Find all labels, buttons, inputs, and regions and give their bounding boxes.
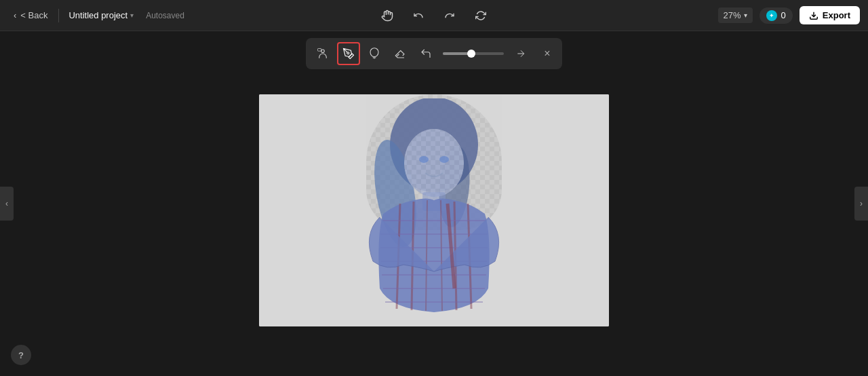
back-button[interactable]: ‹ < Back: [8, 7, 53, 23]
zoom-control[interactable]: 27% ▾: [718, 7, 753, 23]
svg-point-29: [419, 156, 429, 163]
person-container: [259, 94, 609, 326]
header-divider: [58, 9, 59, 22]
credits-icon: ✦: [766, 10, 777, 21]
svg-point-1: [321, 50, 325, 53]
editing-toolbar: ×: [306, 38, 562, 69]
credits-badge[interactable]: ✦ 0: [760, 7, 793, 24]
header-right: 27% ▾ ✦ 0 Export: [718, 6, 860, 24]
right-arrow-icon: ›: [860, 199, 863, 208]
image-canvas[interactable]: Remove background Try free: [259, 94, 609, 326]
help-button[interactable]: ?: [11, 345, 31, 365]
help-icon: ?: [18, 350, 24, 360]
zoom-chevron-icon: ▾: [744, 12, 747, 19]
header: ‹ < Back Untitled project ▾ Autosaved: [0, 0, 868, 31]
credits-count: 0: [781, 10, 786, 20]
project-title: Untitled project: [68, 10, 127, 20]
svg-point-3: [347, 52, 349, 54]
toolbar-close-button[interactable]: ×: [538, 44, 557, 63]
redo-button[interactable]: [439, 5, 460, 26]
autosaved-status: Autosaved: [146, 11, 184, 20]
refresh-button[interactable]: [471, 5, 491, 26]
canvas-area: ‹ ›: [0, 31, 868, 376]
slider-track: [443, 52, 504, 55]
person-figure: [336, 98, 532, 322]
zoom-level: 27%: [724, 10, 741, 20]
project-name-button[interactable]: Untitled project ▾: [64, 7, 138, 23]
header-left: ‹ < Back Untitled project ▾ Autosaved: [8, 7, 184, 23]
undo-button[interactable]: [408, 5, 429, 26]
export-button[interactable]: Export: [800, 6, 860, 24]
export-label: Export: [823, 10, 850, 20]
close-icon: ×: [544, 48, 550, 60]
eraser-tool[interactable]: [389, 42, 412, 65]
brush-tool[interactable]: [337, 42, 360, 65]
left-arrow-icon: ‹: [5, 199, 8, 208]
brush-direction-button[interactable]: [509, 42, 532, 65]
header-center-controls: [377, 5, 491, 26]
lasso-tool[interactable]: [363, 42, 386, 65]
svg-point-9: [404, 129, 464, 197]
grab-tool-button[interactable]: [377, 5, 397, 26]
slider-thumb: [467, 50, 475, 58]
chevron-down-icon: ▾: [130, 12, 134, 19]
svg-point-30: [439, 156, 449, 163]
subject-select-tool[interactable]: [311, 42, 334, 65]
back-label: < Back: [20, 10, 47, 20]
canvas-next-button[interactable]: ›: [854, 187, 868, 221]
back-arrow-icon: ‹: [14, 10, 16, 20]
brush-size-slider[interactable]: [443, 52, 504, 55]
slider-fill: [443, 52, 470, 55]
undo-brush-tool[interactable]: [414, 42, 437, 65]
svg-rect-2: [318, 49, 321, 52]
canvas-prev-button[interactable]: ‹: [0, 187, 14, 221]
